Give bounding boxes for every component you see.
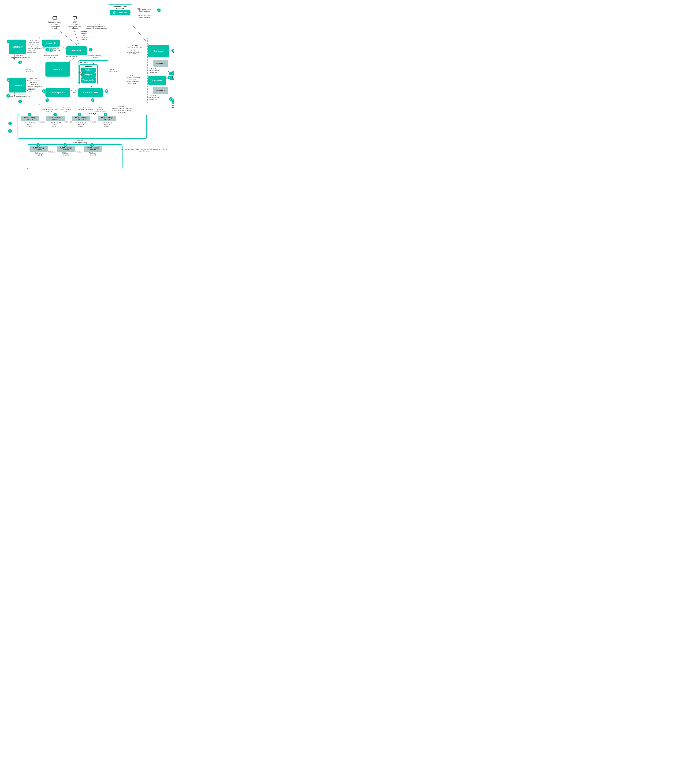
- corr-tr-tcp2: TCP: 7221Sending commandsfrom KUMA*: [126, 79, 139, 84]
- windows-collector-box: Windows Event Collector KUMA Agent: [108, 5, 132, 16]
- corr-tr-tcp1: TCP: 7210Receiving configuration: [126, 75, 141, 78]
- correlator-tl-box: Correlator: [9, 40, 26, 54]
- grafana-label: Grafana: [86, 69, 92, 71]
- worker1-label: Worker 1: [53, 68, 62, 71]
- w2-tcp-right: TCP: 7221,8001, 7230: [109, 69, 117, 72]
- external-system-label: External system: [48, 21, 61, 23]
- normalizer2-label: Normalizer: [156, 89, 165, 91]
- badge-1-sn4: 1: [104, 113, 107, 117]
- k2-label: KUMA storage service: [58, 147, 74, 151]
- badge-5-corr-bl: 5: [7, 78, 10, 82]
- mongodb-label: Mongo DB: [84, 74, 92, 76]
- k2-tcp: TCP: 2182: [76, 151, 82, 153]
- footnote: *-7221 and other ports used to install s…: [120, 148, 169, 152]
- k1-db: ClickHouseKeeper 1: [30, 152, 48, 156]
- worker2-label: Worker 2: [80, 61, 88, 64]
- corr-tl-tcp1: TCP: 7221Sending commandsfrom KUMA Core*: [27, 40, 40, 45]
- corr-bl-tcp2: TCP: 7210Receiving configuration: [27, 84, 42, 88]
- corr-bl-tcp-bot: TCP: 7230Writing correlation events to D…: [10, 94, 30, 97]
- cp-bot-tcp-left: TCP: 7221Sending commands fromKUMA Core*: [41, 107, 57, 112]
- coll-tcp-left2: TCP: 7221Sending commandsfrom KUMA*: [127, 49, 140, 55]
- bal-tcp-right: TCP:7209,7210,7220,7222,7223: [88, 55, 102, 59]
- collector-label: Collector: [154, 50, 164, 52]
- victoria-box: Victoria Metrics: [81, 77, 96, 83]
- badge-7-kubectl: 7: [46, 48, 49, 51]
- correlator-tr-box: Correlator: [148, 76, 166, 85]
- badge-1-sn2: 1: [53, 113, 57, 117]
- storage-node3: KUMA storage service ClickHouse DB Shard…: [72, 115, 90, 127]
- sn3-shard: Shard 2Replica 1: [72, 124, 90, 127]
- k2-db: ClickHouseKeeper 2: [57, 152, 75, 156]
- normalizer1-label: Normalizer: [156, 63, 165, 64]
- bal-tcp-mid: TCP:6443,8132: [66, 56, 76, 58]
- balancer-box: Balancer: [66, 46, 87, 55]
- k1-tcp: TCP: 2182: [48, 151, 55, 153]
- control-plane1-box: Control plane 1: [46, 88, 70, 97]
- w1-tcp-left: TCP: 7221,8001, 7230: [26, 69, 33, 72]
- k3-label: KUMA storage service: [85, 147, 101, 151]
- collector-box: Collector: [148, 44, 169, 58]
- badge-3-norm1: 3: [169, 72, 173, 75]
- normalizer2-box: Normalizer: [153, 87, 168, 94]
- sn1-label: KUMA storage service: [22, 117, 38, 120]
- balancer-label: Balancer: [72, 49, 81, 52]
- coll-tcp-left1: TCP: 7210Receiving configuration: [127, 44, 142, 48]
- storage-node4: KUMA storage service ClickHouse DB Shard…: [98, 115, 116, 127]
- cp-bot-tcp-3: TCP: 7210Receiving configuration: [79, 107, 94, 110]
- sn4-db: ClickHouse DB: [98, 122, 116, 124]
- sn3-db: ClickHouse DB: [72, 122, 90, 124]
- sn3-tcp: TCP: 9009: [91, 121, 97, 123]
- corr-tl-label: Correlator: [13, 46, 23, 48]
- kubectl-cli-box: Kubectl Cli: [42, 40, 60, 46]
- corr-tl-tcp3: TCP: 7210Sending alerts: [27, 49, 36, 53]
- sn1-tcp: TCP: 9009: [40, 121, 46, 123]
- external-system-icon: External system: [48, 16, 62, 23]
- badge-3-bl: 3: [7, 94, 10, 97]
- wc-tcp1-label: TCP: <custom port> Sending events: [134, 8, 155, 12]
- corr-tr-label: Correlator: [152, 79, 162, 82]
- svg-rect-16: [73, 16, 76, 19]
- bal-tcp-left: TCP:7209,7210,7220,7222, 7223: [44, 55, 58, 59]
- windows-collector-title: Windows Event Collector: [110, 6, 130, 10]
- cpN-label: Control plane N: [84, 92, 98, 94]
- norm1-tcp: TCP: 7230Writing normalizedevents to DB: [147, 68, 158, 73]
- badge-6-cp1: 6: [42, 89, 46, 93]
- wc-tcp2-label: TCP: <custom port> Sending events: [134, 14, 155, 18]
- cp-bot-tcp-5: TCP: 7220Interaction between KUMA Corean…: [112, 106, 132, 114]
- badge-7-cpN: 7: [91, 99, 94, 102]
- corr-bl-tcp3: TCP: 7210Sending alerts: [27, 88, 36, 92]
- badge-1-k1: 1: [36, 143, 40, 147]
- badge-7-right: 7: [89, 48, 92, 51]
- tcp6443-label: TCP:44438132, 9443: [53, 48, 60, 52]
- kubectl-cli-label: Kubectl Cli: [46, 42, 56, 44]
- badge-5-corr-tr: 5: [168, 76, 171, 79]
- storage-node2: KUMA storage service ClickHouse DB Shard…: [46, 115, 64, 127]
- badge-1-k2: 1: [64, 143, 67, 147]
- user-tcp-label: TCP: 7220 Working with web-interface: [68, 24, 82, 30]
- corr-bl-label: Correlator: [13, 84, 23, 87]
- storage-node1: KUMA storage service ClickHouse DB Shard…: [21, 115, 39, 127]
- normalizer1-box: Normalizer: [153, 60, 168, 67]
- corr-bl-tcp1: TCP: 7221Sending commandsfrom Core*: [27, 78, 40, 84]
- worker2-section: Worker 2 KUMA Core Grafana Mongo DB Vict…: [78, 60, 109, 83]
- sn4-shard: Shard 2Replica 2: [98, 124, 116, 127]
- badge-3-norm2: 3: [169, 97, 173, 101]
- diagram-container: Windows Event Collector KUMA Agent TCP: …: [0, 0, 174, 196]
- badge-1-k3: 1: [90, 143, 94, 147]
- badge-4-storage: 4: [8, 122, 12, 125]
- norm2-tcp: TCP: 7230Writing normalizedevents to DB: [147, 95, 158, 100]
- victoria-label: Victoria Metrics: [82, 79, 94, 81]
- badge-6-left: 6: [49, 48, 53, 52]
- corr-tl-tcp-bot: TCP: 7230Writing correlation events to D…: [10, 55, 30, 59]
- cp-bot-tcp-2: TCP: 7230Reading eventsfrom DB: [61, 107, 71, 112]
- kuma-agent-label: KUMA Agent: [117, 12, 127, 13]
- sn2-shard: Shard 1Replica 2: [46, 124, 64, 127]
- keeper-node2: KUMA storage service ClickHouseKeeper 2: [57, 146, 75, 156]
- badge-4-tl: 4: [18, 61, 22, 64]
- control-planeN-box: Control plane N: [78, 88, 103, 97]
- sn3-label: KUMA storage service: [73, 117, 89, 120]
- badge-4-bl: 4: [18, 100, 22, 103]
- sn2-label: KUMA storage service: [48, 117, 63, 120]
- badge-1-sn1: 1: [28, 113, 31, 117]
- keeper-node3: KUMA storage service ClickHouseKeeper 3: [84, 146, 102, 156]
